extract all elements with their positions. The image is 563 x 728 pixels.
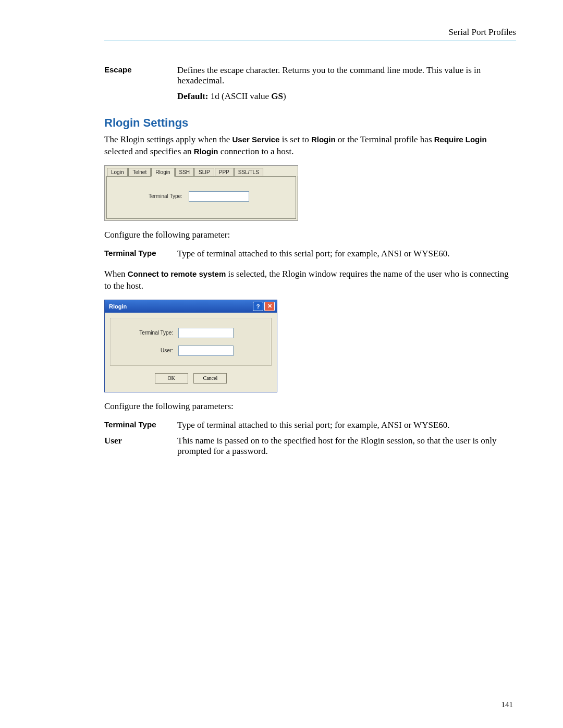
help-icon[interactable]: ?: [253, 302, 263, 311]
intro-mid1: is set to: [279, 134, 311, 144]
tt2-body: Type of terminal attached to this serial…: [177, 420, 516, 430]
dialog-user-input[interactable]: [178, 346, 234, 356]
intro-b4: Rlogin: [194, 147, 218, 156]
tab-ssh[interactable]: SSH: [175, 168, 194, 177]
default-label: Default:: [177, 91, 208, 101]
tab-login[interactable]: Login: [107, 168, 128, 177]
tab-slip[interactable]: SLIP: [194, 168, 214, 177]
configure-parameters: Configure the following parameters:: [104, 401, 516, 413]
intro-b2: Rlogin: [311, 135, 336, 144]
escape-default: Default: 1d (ASCII value GS): [177, 91, 516, 102]
rlogin-intro: The Rlogin settings apply when the User …: [104, 134, 516, 158]
rlogin-tab-panel: Login Telnet Rlogin SSH SLIP PPP SSL/TLS…: [104, 165, 298, 221]
cancel-button[interactable]: Cancel: [193, 373, 227, 384]
terminal-type-def-2: Terminal Type Type of terminal attached …: [104, 420, 516, 430]
intro-b1: User Service: [232, 135, 280, 144]
escape-definition: Escape Defines the escape character. Ret…: [104, 65, 516, 86]
connect-remote-para: When Connect to remote system is selecte…: [104, 268, 516, 292]
user-term: User: [104, 436, 177, 456]
page-number: 141: [501, 700, 513, 709]
default-value-post: ): [283, 91, 286, 101]
tabstrip: Login Telnet Rlogin SSH SLIP PPP SSL/TLS: [105, 166, 298, 176]
configure-parameter: Configure the following parameter:: [104, 229, 516, 241]
header-rule: [104, 41, 516, 41]
tab-ssltls[interactable]: SSL/TLS: [234, 168, 263, 177]
default-value-bold: GS: [271, 91, 283, 101]
user-body: This name is passed on to the specified …: [177, 436, 516, 456]
terminal-type-input[interactable]: [189, 191, 249, 202]
ok-button[interactable]: OK: [155, 373, 188, 384]
dialog-terminal-type-label: Terminal Type:: [116, 330, 178, 336]
intro-pre: The Rlogin settings apply when the: [104, 134, 232, 144]
page-header: Serial Port Profiles: [104, 27, 516, 41]
dialog-terminal-type-input[interactable]: [178, 328, 234, 338]
tab-ppp[interactable]: PPP: [215, 168, 234, 177]
terminal-type-def-1: Terminal Type Type of terminal attached …: [104, 249, 516, 259]
user-def: User This name is passed on to the speci…: [104, 436, 516, 456]
dialog-panel: Terminal Type: User:: [110, 318, 272, 366]
tt1-body: Type of terminal attached to this serial…: [177, 249, 516, 259]
terminal-type-label: Terminal Type:: [149, 193, 182, 199]
escape-term: Escape: [104, 65, 177, 86]
rlogin-dialog: Rlogin ? ✕ Terminal Type: User: OK Cance…: [104, 300, 277, 392]
default-value-pre: 1d (ASCII value: [208, 91, 271, 101]
tt1-term: Terminal Type: [104, 249, 177, 259]
intro-b3: Require Login: [434, 135, 487, 144]
dialog-titlebar: Rlogin ? ✕: [105, 300, 277, 313]
crp-pre: When: [104, 269, 128, 279]
dialog-user-label: User:: [116, 348, 178, 353]
section-title: Rlogin Settings: [104, 116, 516, 130]
crp-b: Connect to remote system: [128, 269, 226, 278]
tab-telnet[interactable]: Telnet: [128, 168, 151, 177]
tt2-term: Terminal Type: [104, 420, 177, 430]
close-icon[interactable]: ✕: [264, 302, 275, 311]
intro-tail: connection to a host.: [218, 146, 293, 156]
escape-body: Defines the escape character. Returns yo…: [177, 65, 516, 86]
tab-rlogin[interactable]: Rlogin: [151, 168, 174, 177]
intro-post: selected and specifies an: [104, 146, 194, 156]
dialog-title: Rlogin: [109, 303, 127, 310]
intro-mid2: or the Terminal profile has: [336, 134, 434, 144]
tab-body: Terminal Type:: [106, 176, 296, 219]
